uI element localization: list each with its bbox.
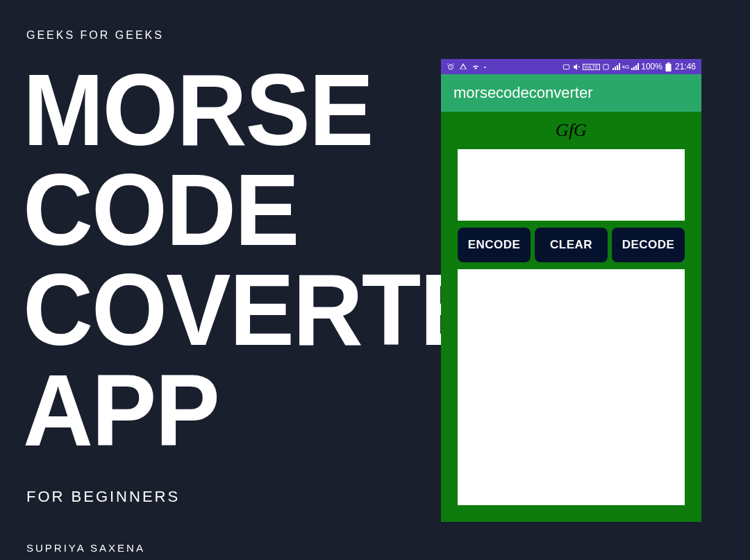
signal-icon-1	[612, 63, 620, 70]
network-label: 4G	[622, 64, 630, 70]
svg-rect-2	[603, 64, 608, 69]
encode-button[interactable]: ENCODE	[458, 228, 531, 262]
subtitle: FOR BEGINNERS	[26, 488, 180, 506]
phone-screenshot: • VoLTE 4G 100%	[441, 59, 701, 522]
status-bar-left: •	[447, 62, 486, 71]
app-icon	[602, 62, 610, 71]
svg-rect-4	[667, 62, 669, 64]
status-bar-right: VoLTE 4G 100% 21:46	[562, 62, 696, 71]
input-textarea[interactable]	[458, 149, 685, 221]
header-brand: GEEKS FOR GEEKS	[26, 29, 164, 42]
signal-icon-2	[631, 63, 639, 70]
alarm-icon	[447, 62, 455, 71]
mute-icon	[572, 62, 581, 71]
status-time: 21:46	[675, 62, 696, 71]
battery-percent: 100%	[641, 62, 662, 71]
app-bar: morsecodeconverter	[441, 74, 701, 112]
app-label: GfG	[556, 120, 587, 141]
author-name: SUPRIYA SAXENA	[26, 542, 145, 554]
card-icon	[562, 62, 570, 71]
dot-icon: •	[484, 64, 486, 70]
clear-button[interactable]: CLEAR	[535, 228, 608, 262]
battery-icon	[665, 62, 673, 71]
svg-rect-3	[666, 63, 672, 71]
warning-icon	[459, 62, 467, 71]
output-textarea[interactable]	[458, 269, 685, 505]
svg-rect-1	[563, 65, 569, 69]
wifi-icon	[472, 62, 480, 71]
app-body: GfG ENCODE CLEAR DECODE	[441, 112, 701, 522]
status-bar: • VoLTE 4G 100%	[441, 59, 701, 74]
button-row: ENCODE CLEAR DECODE	[458, 228, 685, 262]
decode-button[interactable]: DECODE	[612, 228, 685, 262]
volte-label: VoLTE	[583, 64, 600, 70]
app-bar-title: morsecodeconverter	[453, 84, 593, 102]
